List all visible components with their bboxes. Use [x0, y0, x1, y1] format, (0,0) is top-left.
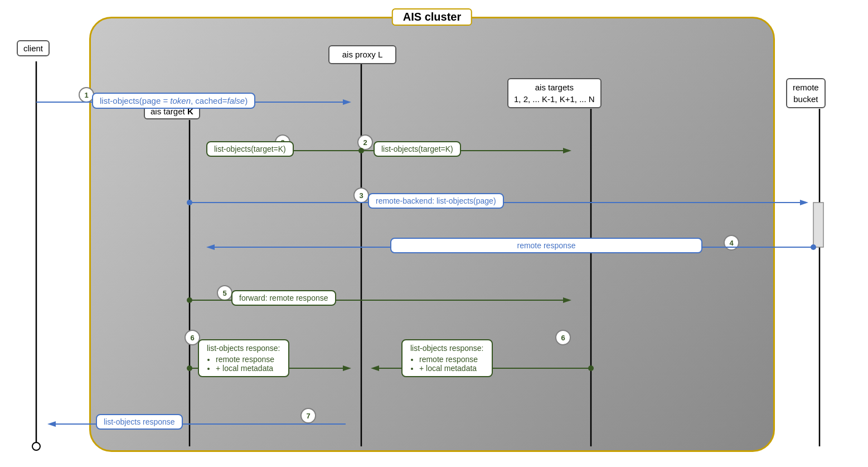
msg3-box: remote-backend: list-objects(page) [368, 193, 504, 209]
ais-proxy-label [329, 46, 342, 52]
msg1-box: list-objects(page = token, cached=false) [92, 93, 255, 109]
svg-point-31 [811, 244, 816, 250]
svg-rect-26 [813, 203, 823, 247]
msg6a-box: list-objects response: remote response +… [198, 339, 289, 377]
msg5-box: forward: remote response [231, 290, 336, 306]
ais-targets-n-label: ais targets1, 2, ... K-1, K+1, ... N [507, 78, 602, 108]
msg6a-item2: + local metadata [216, 364, 280, 373]
msg7-box: list-objects response [96, 414, 183, 430]
msg1-token: token [170, 96, 191, 105]
svg-text:1: 1 [84, 91, 88, 99]
msg6b-box: list-objects response: remote response +… [401, 339, 493, 377]
svg-marker-50 [47, 421, 56, 427]
msg6a-title: list-objects response: [207, 344, 280, 353]
msg2a-box: list-objects(target=K) [206, 141, 294, 157]
msg1-cached: false [227, 96, 245, 105]
svg-point-5 [32, 442, 40, 450]
ais-cluster-box: AIS cluster [89, 17, 775, 452]
msg6a-item1: remote response [216, 355, 280, 364]
svg-marker-24 [800, 200, 808, 205]
msg4-box: remote response [390, 238, 702, 253]
ais-cluster-label: AIS cluster [392, 8, 472, 26]
msg6b-title: list-objects response: [410, 344, 484, 353]
msg6b-item2: + local metadata [419, 364, 484, 373]
msg2b-box: list-objects(target=K) [374, 141, 461, 157]
msg6b-item1: remote response [419, 355, 484, 364]
remote-bucket-label: remotebucket [786, 78, 826, 108]
client-lifeline-label: client [17, 40, 50, 56]
